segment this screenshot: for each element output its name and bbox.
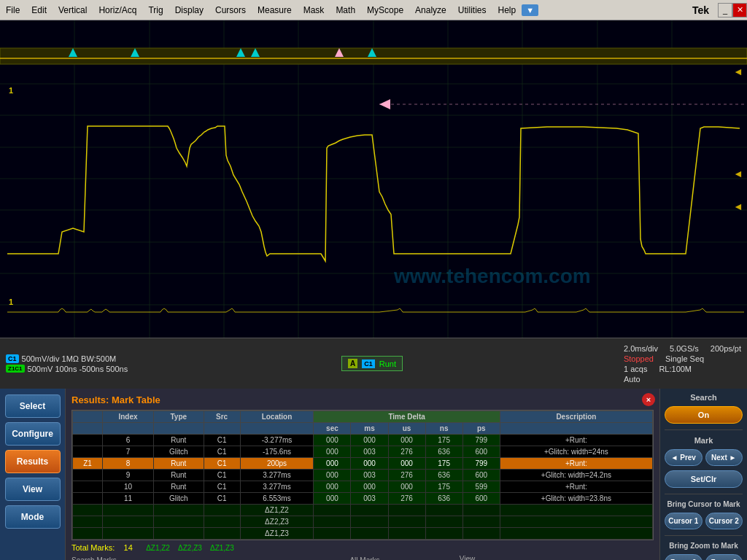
search-marks-section: Search Marks Save Save All Clear Digits … [71, 556, 246, 560]
cell-us: 276 [388, 493, 425, 505]
scope-display: www.tehencom.com ◄ ◄ ◄ 1 1 [0, 20, 747, 338]
cursor2-button[interactable]: Cursor 2 [705, 513, 743, 529]
cell-ns: 175 [425, 435, 462, 446]
col-index-sub [103, 423, 154, 435]
cell-ms: 003 [351, 470, 388, 481]
delta-empty1 [73, 516, 103, 528]
delta-desc [500, 528, 652, 540]
sidebar-results[interactable]: Results [5, 450, 61, 473]
delta-label: ΔZ1,Z3 [240, 528, 314, 540]
acquisition-info: 2.0ms/div 5.0GS/s 200ps/pt Stopped Singl… [616, 341, 741, 386]
ch1-info: C1 500mV/div 1MΩ BW:500M [6, 354, 128, 363]
menu-trig[interactable]: Trig [142, 2, 169, 18]
menu-file[interactable]: File [0, 2, 26, 18]
cell-index: 6 [103, 435, 154, 446]
next-mark-button[interactable]: Next ► [705, 449, 743, 466]
acqs-row: 1 acqs RL:100M [624, 365, 741, 373]
sample-rate: 5.0GS/s [670, 344, 699, 353]
timing-row: 2.0ms/div 5.0GS/s 200ps/pt [624, 344, 741, 353]
delta-ms [351, 528, 388, 540]
col-type: Type [153, 411, 204, 423]
prev-mark-button[interactable]: ◄ Prev [665, 449, 703, 466]
dropdown-arrow[interactable]: ▼ [522, 4, 538, 16]
menu-myscope[interactable]: MyScope [361, 2, 409, 18]
delta-sec [314, 505, 351, 516]
pts: 200ps/pt [711, 344, 741, 353]
divider-2 [665, 494, 743, 494]
zoom2-button[interactable]: Zoom 2 [665, 554, 703, 560]
table-row: 10 Runt C1 3.277ms 000 000 000 175 599 +… [73, 481, 653, 493]
menu-cursors[interactable]: Cursors [209, 2, 252, 18]
status-bar: C1 500mV/div 1MΩ BW:500M Z1C1 500mV 100n… [0, 338, 747, 389]
cell-sec: 000 [314, 446, 351, 458]
cell-type: Runt [153, 481, 204, 493]
auto-row: Auto [624, 375, 741, 384]
menu-display[interactable]: Display [169, 2, 209, 18]
close-button[interactable]: ✕ [732, 3, 747, 18]
acqs-count: 1 acqs [624, 365, 647, 373]
delta-row: ΔZ1,Z3 [73, 528, 653, 540]
delta-us [388, 516, 425, 528]
svg-text:www.tehencom.com: www.tehencom.com [393, 265, 591, 287]
menu-edit[interactable]: Edit [26, 2, 53, 18]
delta-empty1 [73, 528, 103, 540]
cell-ps: 799 [462, 458, 500, 470]
cell-sec: 000 [314, 435, 351, 446]
menu-vertical[interactable]: Vertical [53, 2, 93, 18]
search-on-button[interactable]: On [665, 406, 743, 424]
cell-us: 276 [388, 470, 425, 481]
bring-zoom-label: Bring Zoom to Mark [665, 542, 743, 550]
delta-desc [500, 505, 652, 516]
z1c1-info: Z1C1 500mV 100ns -500ns 500ns [6, 365, 128, 373]
cell-ps: 600 [462, 470, 500, 481]
search-label: Search [665, 393, 743, 402]
sidebar-mode[interactable]: Mode [5, 505, 61, 529]
delta-desc [500, 516, 652, 528]
results-table: Index Type Src Location Time Delta Descr… [72, 411, 653, 540]
menu-help[interactable]: Help [492, 2, 522, 18]
cell-sec: 000 [314, 493, 351, 505]
close-panel-button[interactable]: × [642, 393, 655, 406]
setclr-button[interactable]: Set/Clr [665, 470, 743, 488]
cell-src: C1 [204, 493, 240, 505]
menu-measure[interactable]: Measure [252, 2, 298, 18]
cell-ms: 000 [351, 435, 388, 446]
delta-sec [314, 516, 351, 528]
minimize-button[interactable]: _ [718, 3, 732, 18]
cell-type: Runt [153, 470, 204, 481]
menu-horiz[interactable]: Horiz/Acq [93, 2, 142, 18]
sidebar-configure[interactable]: Configure [5, 422, 61, 446]
menu-analyze[interactable]: Analyze [409, 2, 452, 18]
divider-3 [665, 535, 743, 536]
right-sidebar: Search On Mark ◄ Prev Next ► Set/Clr Bri… [659, 389, 747, 560]
delta-label: ΔZ2,Z3 [240, 516, 314, 528]
col-location-sub [240, 423, 314, 435]
delta-legend: ΔZ1,Z2 ΔZ2,Z3 ΔZ1,Z3 [146, 544, 234, 552]
cell-type: Runt [153, 435, 204, 446]
cursor1-button[interactable]: Cursor 1 [665, 513, 703, 529]
zoom3-button[interactable]: Zoom 3 [705, 554, 743, 560]
cell-index: 8 [103, 458, 154, 470]
cell-ps: 599 [462, 481, 500, 493]
svg-text:◄: ◄ [733, 168, 743, 179]
divider-1 [665, 429, 743, 430]
auto-label: Auto [624, 375, 640, 384]
cell-z [73, 435, 103, 446]
delta-row: ΔZ2,Z3 [73, 516, 653, 528]
menu-mask[interactable]: Mask [298, 2, 330, 18]
cell-us: 000 [388, 481, 425, 493]
acq-state: Stopped [624, 354, 654, 363]
cell-ns: 175 [425, 458, 462, 470]
delta-empty2 [103, 528, 154, 540]
sidebar-select[interactable]: Select [5, 394, 61, 418]
sidebar-view[interactable]: View [5, 478, 61, 501]
menu-math[interactable]: Math [330, 2, 361, 18]
cell-desc: +Glitch: width=24.2ns [500, 470, 652, 481]
z1c1-settings: 500mV 100ns -500ns 500ns [28, 365, 128, 373]
col-ns: ns [425, 423, 462, 435]
menu-utilities[interactable]: Utilities [452, 2, 492, 18]
cell-ns: 175 [425, 481, 462, 493]
delta-ps [462, 528, 500, 540]
table-row: 6 Runt C1 -3.277ms 000 000 000 175 799 +… [73, 435, 653, 446]
cell-location: 3.277ms [240, 481, 314, 493]
